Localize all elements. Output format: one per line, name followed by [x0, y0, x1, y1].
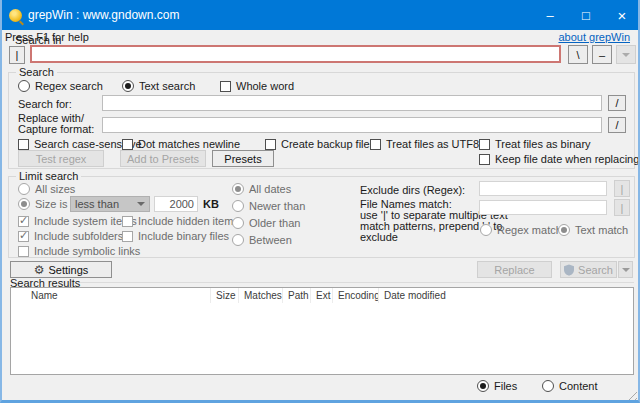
- checkbox-icon: [220, 81, 231, 92]
- column-header-date-modified[interactable]: Date modified: [379, 288, 459, 303]
- window-controls: – □ ×: [532, 0, 640, 30]
- shield-icon: [564, 264, 574, 276]
- all-sizes-radio[interactable]: All sizes: [18, 183, 75, 195]
- exclude-dirs-label: Exclude dirs (Regex):: [360, 184, 465, 196]
- file-names-match-input[interactable]: [479, 200, 607, 215]
- radio-icon: [18, 198, 30, 210]
- column-header-path[interactable]: Path: [283, 288, 311, 303]
- settings-button[interactable]: ⚙ Settings: [10, 261, 112, 278]
- multiline-toggle-button[interactable]: |: [9, 46, 25, 64]
- results-list[interactable]: Name Size Matches Path Ext Encoding Date…: [10, 287, 634, 375]
- treat-utf8-checkbox[interactable]: Treat files as UTF8: [370, 138, 479, 150]
- title-bar: grepWin : www.gndown.com – □ ×: [0, 0, 640, 30]
- checkbox-icon: [479, 154, 490, 165]
- window-title: grepWin : www.gndown.com: [28, 8, 179, 22]
- checkbox-icon: [122, 139, 133, 150]
- results-divider: [80, 282, 634, 283]
- checkbox-icon: [122, 231, 133, 242]
- radio-icon: [477, 380, 489, 392]
- search-dropdown-button[interactable]: [618, 261, 633, 278]
- presets-button[interactable]: Presets: [212, 150, 274, 167]
- radio-icon: [232, 183, 244, 195]
- between-radio[interactable]: Between: [232, 234, 292, 246]
- radio-icon: [558, 224, 570, 236]
- radio-icon: [18, 80, 30, 92]
- replace-with-input[interactable]: [102, 117, 602, 133]
- include-symlinks-checkbox[interactable]: Include symbolic links: [18, 245, 140, 257]
- search-regex-helper-button[interactable]: /: [608, 95, 626, 111]
- resize-grip[interactable]: [625, 388, 637, 400]
- regex-search-radio[interactable]: Regex search: [18, 80, 103, 92]
- checkbox-icon: [18, 139, 29, 150]
- whole-word-checkbox[interactable]: Whole word: [220, 80, 294, 92]
- treat-binary-checkbox[interactable]: Treat files as binary: [479, 138, 591, 150]
- search-button[interactable]: Search: [560, 261, 617, 278]
- column-header-encoding[interactable]: Encoding: [333, 288, 379, 303]
- replace-button[interactable]: Replace: [477, 261, 552, 278]
- column-header-ext[interactable]: Ext: [311, 288, 333, 303]
- search-group-label: Search: [16, 66, 57, 78]
- test-regex-button[interactable]: Test regex: [18, 150, 104, 167]
- radio-icon: [542, 380, 554, 392]
- create-backup-checkbox[interactable]: Create backup files: [265, 138, 375, 150]
- checkbox-icon: [18, 216, 29, 227]
- radio-icon: [122, 80, 134, 92]
- limit-search-group-label: Limit search: [16, 170, 81, 182]
- size-value-input[interactable]: 2000: [154, 196, 198, 212]
- file-names-hint-3: exclude: [360, 231, 398, 243]
- search-in-input[interactable]: [30, 45, 561, 63]
- checkbox-icon: [18, 246, 29, 257]
- content-radio[interactable]: Content: [542, 380, 598, 392]
- checkbox-icon: [479, 139, 490, 150]
- column-header-matches[interactable]: Matches: [239, 288, 283, 303]
- regex-match-radio[interactable]: Regex match: [480, 224, 562, 236]
- radio-icon: [18, 183, 30, 195]
- radio-icon: [232, 200, 244, 212]
- files-radio[interactable]: Files: [477, 380, 517, 392]
- include-subfolders-checkbox[interactable]: Include subfolders: [18, 230, 123, 242]
- app-icon: [9, 9, 22, 22]
- close-icon[interactable]: ×: [604, 0, 640, 30]
- size-is-radio[interactable]: Size is: [18, 198, 67, 210]
- older-than-radio[interactable]: Older than: [232, 217, 300, 229]
- size-unit-label: KB: [203, 198, 219, 210]
- search-for-label: Search for:: [18, 98, 72, 110]
- grepwin-window: grepWin : www.gndown.com – □ × Press F1 …: [0, 0, 640, 403]
- path-history-dropdown-button[interactable]: [616, 45, 636, 64]
- exclude-dirs-input[interactable]: [479, 181, 607, 196]
- browse-button[interactable]: –: [592, 45, 612, 64]
- backslash-button[interactable]: \: [568, 45, 588, 64]
- checkbox-icon: [18, 231, 29, 242]
- checkbox-icon: [370, 139, 381, 150]
- checkbox-icon: [122, 216, 133, 227]
- search-for-input[interactable]: [102, 95, 602, 111]
- chevron-down-icon: [622, 268, 630, 272]
- dot-matches-newline-checkbox[interactable]: Dot matches newline: [122, 138, 240, 150]
- size-compare-select[interactable]: less than: [70, 196, 150, 212]
- newer-than-radio[interactable]: Newer than: [232, 200, 305, 212]
- maximize-icon[interactable]: □: [568, 0, 604, 30]
- replace-with-label-2: Capture format:: [18, 123, 94, 135]
- text-match-radio[interactable]: Text match: [558, 224, 628, 236]
- about-grepwin-link[interactable]: about grepWin: [558, 31, 630, 43]
- file-names-helper-button[interactable]: |: [614, 199, 630, 216]
- column-header-name[interactable]: Name: [11, 288, 211, 303]
- include-hidden-checkbox[interactable]: Include hidden items: [122, 215, 239, 227]
- column-header-size[interactable]: Size: [211, 288, 239, 303]
- add-to-presets-button[interactable]: Add to Presets: [120, 150, 206, 167]
- chevron-down-icon: [622, 53, 630, 57]
- results-header-row: Name Size Matches Path Ext Encoding Date…: [11, 288, 633, 303]
- keep-file-date-checkbox[interactable]: Keep file date when replacing: [479, 153, 639, 165]
- radio-icon: [232, 217, 244, 229]
- minimize-icon[interactable]: –: [532, 0, 568, 30]
- include-binary-checkbox[interactable]: Include binary files: [122, 230, 229, 242]
- exclude-dirs-helper-button[interactable]: |: [614, 180, 630, 197]
- include-system-checkbox[interactable]: Include system items: [18, 215, 137, 227]
- chevron-down-icon: [137, 202, 145, 206]
- replace-regex-helper-button[interactable]: /: [608, 117, 626, 133]
- radio-icon: [232, 234, 244, 246]
- all-dates-radio[interactable]: All dates: [232, 183, 291, 195]
- gear-icon: ⚙: [34, 263, 45, 277]
- text-search-radio[interactable]: Text search: [122, 80, 195, 92]
- checkbox-icon: [265, 139, 276, 150]
